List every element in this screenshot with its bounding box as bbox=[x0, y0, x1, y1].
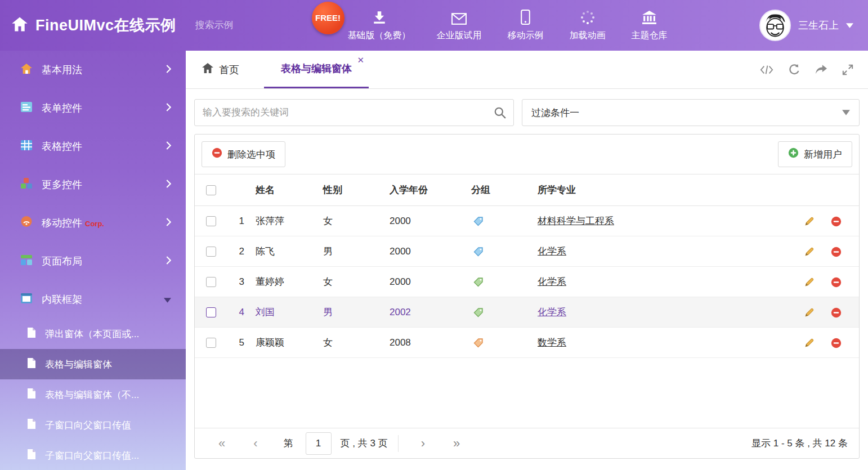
record-summary: 显示 1 - 5 条 , 共 12 条 bbox=[751, 437, 848, 450]
tab-home[interactable]: 首页 bbox=[196, 51, 245, 88]
sidebar-item-label: 内联框架 bbox=[42, 293, 82, 306]
file-icon bbox=[27, 357, 36, 371]
user-menu[interactable]: 三生石上 bbox=[759, 10, 853, 41]
source-code-icon[interactable] bbox=[760, 65, 773, 75]
row-checkbox[interactable] bbox=[206, 307, 216, 317]
chevron-right-icon bbox=[166, 64, 171, 76]
nav-item-enterprise-trial[interactable]: 企业版试用 bbox=[437, 10, 482, 42]
row-checkbox[interactable] bbox=[206, 338, 216, 348]
next-page-button[interactable]: › bbox=[409, 436, 437, 451]
sidebar-item-more-controls[interactable]: 更多控件 bbox=[0, 165, 186, 204]
prev-page-button[interactable]: ‹ bbox=[241, 436, 270, 451]
major-link[interactable]: 化学系 bbox=[538, 276, 566, 287]
delete-icon[interactable] bbox=[831, 338, 842, 348]
page-number-input[interactable] bbox=[306, 432, 332, 455]
filter-dropdown[interactable]: 过滤条件一 bbox=[522, 99, 860, 126]
table-row[interactable]: 3 董婷婷 女 2000 化学系 bbox=[195, 267, 859, 297]
table-row[interactable]: 1 张萍萍 女 2000 材料科学与工程系 bbox=[195, 206, 859, 236]
nav-item-mobile-demo[interactable]: 移动示例 bbox=[508, 10, 544, 42]
pagination-bar: « ‹ 第 页 , 共 3 页 › » 显示 1 - 5 条 , 共 12 条 bbox=[195, 428, 859, 458]
main-area: 首页 表格与编辑窗体 ✕ bbox=[186, 51, 868, 470]
sidebar-item-basic-usage[interactable]: 基本用法 bbox=[0, 51, 186, 89]
home-icon bbox=[11, 16, 28, 34]
delete-icon[interactable] bbox=[831, 247, 842, 257]
bank-icon bbox=[642, 10, 657, 25]
sidebar-subitem-label: 弹出窗体（本页面或... bbox=[45, 328, 139, 341]
major-link[interactable]: 化学系 bbox=[538, 307, 566, 317]
table-row[interactable]: 5 康颖颖 女 2008 数学系 bbox=[195, 328, 859, 358]
table-row[interactable]: 2 陈飞 男 2000 化学系 bbox=[195, 236, 859, 267]
chevron-right-icon bbox=[166, 217, 171, 229]
brand[interactable]: FineUIMvc在线示例 bbox=[0, 15, 176, 35]
header-nav: FREE! 基础版（免费） 企业版试用 移动示例 bbox=[348, 10, 668, 42]
edit-icon[interactable] bbox=[804, 277, 815, 288]
cell-year: 2002 bbox=[386, 297, 468, 328]
nav-label: 企业版试用 bbox=[437, 30, 482, 42]
mobile-controls-icon bbox=[20, 216, 33, 230]
header-search-input[interactable] bbox=[195, 20, 320, 31]
sidebar-subitem-child-to-parent-2[interactable]: 子窗口向父窗口传值... bbox=[0, 440, 186, 470]
tab-grid-edit-window[interactable]: 表格与编辑窗体 ✕ bbox=[264, 51, 369, 88]
sidebar-item-form-controls[interactable]: 表单控件 bbox=[0, 89, 186, 127]
grid-panel: 删除选中项 新增用户 bbox=[194, 134, 860, 459]
nav-item-loading-animation[interactable]: 加载动画 bbox=[570, 10, 606, 42]
select-all-checkbox[interactable] bbox=[206, 185, 216, 195]
table-row-selected[interactable]: 4 刘国 男 2002 化学系 bbox=[195, 297, 859, 328]
column-header-major[interactable]: 所学专业 bbox=[534, 174, 787, 206]
row-checkbox[interactable] bbox=[206, 216, 216, 226]
edit-icon[interactable] bbox=[804, 216, 815, 227]
sidebar-subitem-grid-edit-window[interactable]: 表格与编辑窗体 bbox=[0, 349, 186, 379]
column-header-group[interactable]: 分组 bbox=[468, 174, 534, 206]
fullscreen-icon[interactable] bbox=[842, 64, 853, 75]
major-link[interactable]: 化学系 bbox=[538, 246, 566, 257]
nav-item-basic-free[interactable]: FREE! 基础版（免费） bbox=[348, 10, 411, 42]
delete-icon[interactable] bbox=[831, 307, 842, 318]
tag-icon bbox=[473, 307, 484, 317]
home-icon bbox=[20, 63, 33, 77]
edit-icon[interactable] bbox=[804, 247, 815, 257]
keyword-search-box bbox=[194, 99, 514, 126]
chevron-right-icon bbox=[166, 179, 171, 191]
row-checkbox[interactable] bbox=[206, 277, 216, 287]
sidebar-item-mobile-controls[interactable]: 移动控件 Corp. bbox=[0, 204, 186, 242]
tag-icon bbox=[473, 216, 484, 226]
keyword-input[interactable] bbox=[195, 107, 486, 118]
sidebar-subitem-child-to-parent[interactable]: 子窗口向父窗口传值 bbox=[0, 410, 186, 440]
sidebar-subitem-popup-window[interactable]: 弹出窗体（本页面或... bbox=[0, 319, 186, 349]
refresh-icon[interactable] bbox=[788, 64, 800, 76]
free-badge: FREE! bbox=[312, 2, 344, 34]
nav-label: 基础版（免费） bbox=[348, 30, 411, 42]
filter-dropdown-value: 过滤条件一 bbox=[531, 106, 579, 119]
delete-selected-label: 删除选中项 bbox=[227, 148, 275, 161]
file-icon bbox=[27, 418, 36, 432]
major-link[interactable]: 材料科学与工程系 bbox=[538, 216, 614, 226]
layout-icon bbox=[20, 254, 33, 268]
sidebar-item-label: 移动控件 bbox=[42, 216, 82, 230]
sidebar-item-iframe[interactable]: 内联框架 bbox=[0, 280, 186, 319]
delete-icon[interactable] bbox=[831, 216, 842, 227]
cell-year: 2000 bbox=[386, 267, 468, 297]
last-page-button[interactable]: » bbox=[441, 436, 472, 451]
frame-icon bbox=[20, 293, 33, 307]
sidebar-item-table-controls[interactable]: 表格控件 bbox=[0, 127, 186, 165]
sidebar-subitem-grid-edit-window-2[interactable]: 表格与编辑窗体（不... bbox=[0, 379, 186, 410]
share-icon[interactable] bbox=[815, 64, 827, 75]
sidebar-item-page-layout[interactable]: 页面布局 bbox=[0, 242, 186, 280]
tab-toolbar bbox=[760, 51, 853, 88]
first-page-button[interactable]: « bbox=[206, 436, 238, 451]
nav-item-theme-repo[interactable]: 主题仓库 bbox=[632, 10, 668, 42]
close-icon[interactable]: ✕ bbox=[357, 56, 364, 64]
add-user-button[interactable]: 新增用户 bbox=[778, 141, 852, 167]
row-checkbox[interactable] bbox=[206, 247, 216, 257]
search-icon[interactable] bbox=[486, 100, 513, 126]
major-link[interactable]: 数学系 bbox=[538, 337, 566, 348]
edit-icon[interactable] bbox=[804, 307, 815, 318]
column-header-year[interactable]: 入学年份 bbox=[386, 174, 468, 206]
column-header-name[interactable]: 姓名 bbox=[252, 174, 320, 206]
grid-empty-space bbox=[195, 358, 859, 428]
edit-icon[interactable] bbox=[804, 338, 815, 348]
column-header-gender[interactable]: 性别 bbox=[320, 174, 386, 206]
delete-selected-button[interactable]: 删除选中项 bbox=[202, 141, 285, 167]
chevron-right-icon bbox=[166, 102, 171, 114]
delete-icon[interactable] bbox=[831, 277, 842, 288]
